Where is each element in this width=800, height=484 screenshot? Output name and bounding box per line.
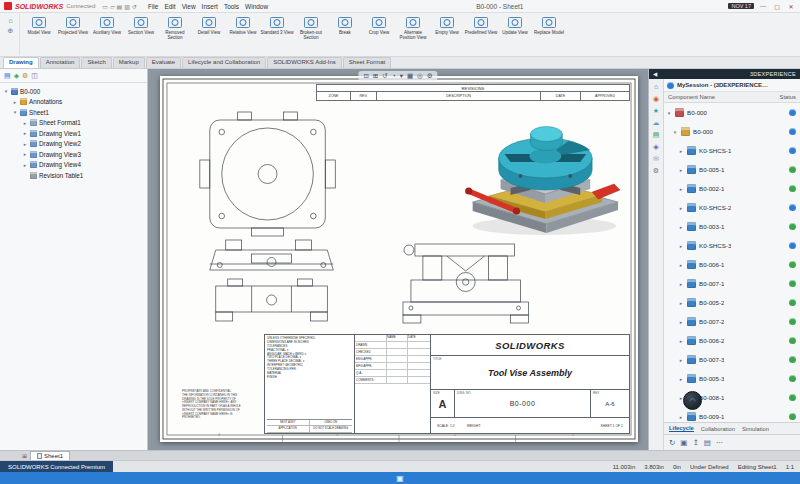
tab-annotation[interactable]: Annotation bbox=[40, 57, 81, 68]
expand-caret-icon[interactable]: ▸ bbox=[678, 167, 684, 173]
tree-item[interactable]: ▾ B0-000 bbox=[0, 86, 147, 97]
maximize-button[interactable]: ▢ bbox=[772, 3, 782, 10]
panel-tab-icon[interactable]: ⚙ bbox=[22, 72, 28, 79]
menu-item[interactable]: Tools bbox=[221, 3, 242, 10]
menu-item[interactable]: Edit bbox=[161, 3, 178, 10]
sheet-tab[interactable]: Sheet1 bbox=[30, 451, 70, 460]
panel-toolbar-icon[interactable]: ▣ bbox=[680, 438, 687, 447]
qat-icon[interactable]: ▱ bbox=[110, 3, 115, 10]
hud-icon[interactable]: ⊡ bbox=[363, 72, 368, 80]
strip-icon[interactable]: ★ bbox=[653, 107, 659, 114]
ribbon-button[interactable]: Relative View bbox=[226, 14, 260, 55]
menu-item[interactable]: Insert bbox=[199, 3, 221, 10]
expand-caret-icon[interactable]: ▸ bbox=[678, 281, 684, 287]
qat-icon[interactable]: ↺ bbox=[132, 3, 137, 10]
expand-caret-icon[interactable]: ▾ bbox=[3, 88, 9, 94]
3dexperience-assistant-button[interactable]: ◠ bbox=[683, 391, 702, 410]
ribbon-button[interactable]: Projected View bbox=[56, 14, 90, 55]
component-row[interactable]: ▸ B0-002-1 bbox=[664, 179, 800, 198]
component-row[interactable]: ▸ K0-SHCS-3 bbox=[664, 236, 800, 255]
panel-tab-icon[interactable]: ◈ bbox=[14, 72, 19, 79]
tab-markup[interactable]: Markup bbox=[113, 57, 145, 68]
strip-icon[interactable]: ✉ bbox=[653, 155, 659, 162]
expand-caret-icon[interactable]: ▾ bbox=[12, 109, 18, 115]
panel-toolbar-icon[interactable]: ↻ bbox=[669, 438, 675, 447]
component-row[interactable]: ▸ B0-005-1 bbox=[664, 160, 800, 179]
ribbon-button[interactable]: Predefined View bbox=[464, 14, 498, 55]
tab-lifecycle[interactable]: Lifecycle bbox=[669, 425, 694, 432]
tab-evaluate[interactable]: Evaluate bbox=[146, 57, 181, 68]
ribbon-button[interactable]: Alternate Position View bbox=[396, 14, 430, 55]
expand-caret-icon[interactable]: ▸ bbox=[678, 262, 684, 268]
tree-item[interactable]: ▸ Drawing View1 bbox=[0, 128, 147, 139]
component-row[interactable]: ▸ B0-007-1 bbox=[664, 274, 800, 293]
component-row[interactable]: ▸ B0-006-2 bbox=[664, 331, 800, 350]
drawing-sheet[interactable]: REVISIONS ZONE REV. DESCRIPTION DATE APP… bbox=[160, 76, 638, 442]
component-row[interactable]: ▸ B0-007-2 bbox=[664, 312, 800, 331]
component-row[interactable]: ▸ B0-003-1 bbox=[664, 217, 800, 236]
expand-caret-icon[interactable]: ▸ bbox=[678, 414, 684, 420]
ribbon-button[interactable]: Auxiliary View bbox=[90, 14, 124, 55]
close-button[interactable]: ✕ bbox=[786, 3, 796, 10]
ribbon-button[interactable]: Replace Model bbox=[532, 14, 566, 55]
revision-table[interactable]: REVISIONS ZONE REV. DESCRIPTION DATE APP… bbox=[316, 84, 630, 101]
expand-caret-icon[interactable]: ▸ bbox=[678, 224, 684, 230]
component-row[interactable]: ▸ B0-009-1 bbox=[664, 407, 800, 422]
component-row[interactable]: ▸ B0-006-1 bbox=[664, 255, 800, 274]
hud-icon[interactable]: ↺ bbox=[382, 72, 387, 80]
ribbon-button[interactable]: Standard 3 View bbox=[260, 14, 294, 55]
menu-item[interactable]: Window bbox=[242, 3, 271, 10]
expand-caret-icon[interactable]: ▸ bbox=[678, 148, 684, 154]
expand-caret-icon[interactable]: ▸ bbox=[678, 186, 684, 192]
menu-item[interactable]: View bbox=[179, 3, 199, 10]
tab-sketch[interactable]: Sketch bbox=[81, 57, 111, 68]
tab-lifecycle-collaboration[interactable]: Lifecycle and Collaboration bbox=[182, 57, 266, 68]
tab-collaboration[interactable]: Collaboration bbox=[701, 426, 735, 432]
tree-item[interactable]: ▸ Sheet Format1 bbox=[0, 118, 147, 129]
status-column[interactable]: Status bbox=[780, 94, 796, 100]
tree-item[interactable]: ▸ Drawing View3 bbox=[0, 149, 147, 160]
hud-icon[interactable]: ⊞ bbox=[373, 72, 378, 80]
tab-solidworks-addins[interactable]: SOLIDWORKS Add-Ins bbox=[267, 57, 342, 68]
qat-icon[interactable]: ▭ bbox=[102, 3, 108, 10]
sheet-nav-icon[interactable]: ⊞ bbox=[22, 452, 27, 460]
component-row[interactable]: ▸ B0-005-3 bbox=[664, 369, 800, 388]
expand-caret-icon[interactable]: ▸ bbox=[22, 130, 28, 136]
tab-simulation[interactable]: Simulation bbox=[742, 426, 769, 432]
tree-item[interactable]: ▸ Drawing View4 bbox=[0, 160, 147, 171]
ribbon-button[interactable]: Broken-out Section bbox=[294, 14, 328, 55]
drawing-view2-front[interactable] bbox=[210, 240, 333, 270]
hud-icon[interactable]: ▦ bbox=[407, 72, 413, 80]
strip-icon[interactable]: ☁ bbox=[653, 119, 660, 126]
component-row[interactable]: ▸ K0-SHCS-1 bbox=[664, 141, 800, 160]
expand-caret-icon[interactable]: ▸ bbox=[22, 151, 28, 157]
strip-icon[interactable]: ▤ bbox=[653, 131, 660, 138]
os-taskbar[interactable]: ▣ bbox=[0, 472, 800, 484]
expand-caret-icon[interactable]: ▾ bbox=[666, 110, 672, 116]
tree-item[interactable]: ▸ Annotations bbox=[0, 97, 147, 108]
tree-item[interactable]: ▸ Drawing View2 bbox=[0, 139, 147, 150]
component-row[interactable]: ▾ B0-000 bbox=[664, 122, 800, 141]
strip-icon[interactable]: ⌂ bbox=[654, 83, 658, 90]
expand-caret-icon[interactable]: ▸ bbox=[678, 243, 684, 249]
expand-caret-icon[interactable]: ▸ bbox=[678, 300, 684, 306]
qat-icon[interactable]: ▥ bbox=[124, 3, 130, 10]
expand-caret-icon[interactable]: ▸ bbox=[12, 99, 18, 105]
ribbon-button[interactable]: Update View bbox=[498, 14, 532, 55]
strip-icon[interactable]: ◉ bbox=[653, 95, 659, 102]
strip-icon[interactable]: ◈ bbox=[653, 143, 658, 150]
ribbon-button[interactable]: Model View bbox=[22, 14, 56, 55]
collapse-panel-icon[interactable]: ◀ bbox=[653, 71, 657, 77]
hud-icon[interactable]: ▾ bbox=[400, 72, 403, 80]
expand-caret-icon[interactable]: ▾ bbox=[672, 129, 678, 135]
drawing-view1-top[interactable] bbox=[200, 112, 335, 236]
panel-tab-icon[interactable]: ▤ bbox=[4, 72, 11, 79]
panel-tab-icon[interactable]: ◫ bbox=[31, 72, 38, 79]
ribbon-button[interactable]: Break bbox=[328, 14, 362, 55]
ribbon-button[interactable]: Empty View bbox=[430, 14, 464, 55]
strip-icon[interactable]: ⚙ bbox=[653, 167, 659, 174]
ribbon-button[interactable]: Crop View bbox=[362, 14, 396, 55]
mysession-header[interactable]: MySession - (3DEXPERIENCE… bbox=[664, 79, 800, 92]
component-row[interactable]: ▸ B0-005-2 bbox=[664, 293, 800, 312]
hud-icon[interactable]: ◎ bbox=[417, 72, 423, 80]
